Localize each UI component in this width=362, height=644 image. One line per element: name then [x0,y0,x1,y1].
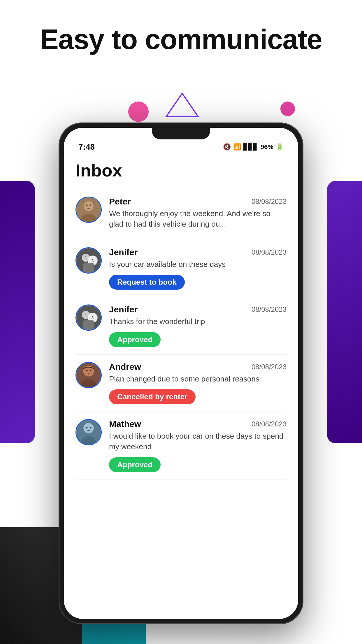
bg-purple-left [0,181,35,443]
message-date: 08/08/2023 [252,420,287,428]
message-header: Andrew 08/08/2023 [109,362,287,372]
mute-icon: 🔇 [223,143,231,151]
svg-point-22 [86,370,88,371]
svg-point-11 [92,259,94,260]
bg-purple-right [327,181,362,443]
message-text: We thoroughly enjoy the weekend. And we'… [109,208,287,230]
message-header: Peter 08/08/2023 [109,197,287,206]
message-date: 08/08/2023 [252,363,287,371]
message-text: Is your car available on these days [109,259,287,270]
message-badge-cancelled[interactable]: Cancelled by renter [109,389,196,404]
svg-point-5 [86,204,88,206]
svg-point-28 [90,427,92,428]
svg-point-27 [86,427,88,428]
phone-mockup: 7:48 🔇 📶 ▋▋▋ 96% 🔋 Inbox [59,123,303,624]
svg-rect-12 [83,263,94,273]
svg-point-17 [92,316,94,318]
sender-name: Peter [109,197,131,206]
sender-name: Mathew [109,419,141,429]
message-item[interactable]: Andrew 08/08/2023 Plan changed due to so… [75,355,287,412]
svg-rect-18 [83,321,94,330]
message-text: Plan changed due to some personal reason… [109,374,287,384]
status-icons: 🔇 📶 ▋▋▋ 96% 🔋 [223,143,284,151]
pink-circle-decoration-2 [280,102,295,116]
phone-screen: 7:48 🔇 📶 ▋▋▋ 96% 🔋 Inbox [64,128,298,619]
message-text: I would like to book your car on these d… [109,431,287,452]
message-item[interactable]: Peter 08/08/2023 We thoroughly enjoy the… [75,189,287,240]
battery-text: 96% [261,143,273,151]
page-header: Easy to communicate [0,23,362,55]
message-date: 08/08/2023 [252,197,287,206]
message-badge-approved[interactable]: Approved [109,457,161,472]
svg-point-4 [84,201,94,211]
message-item[interactable]: Mathew 08/08/2023 I would like to book y… [75,412,287,480]
svg-marker-0 [166,93,198,117]
svg-point-6 [90,204,92,206]
message-body: Mathew 08/08/2023 I would like to book y… [109,419,287,472]
sender-name: Jenifer [109,247,138,257]
message-badge-request[interactable]: Request to book [109,275,185,290]
battery-icon: 🔋 [276,143,284,151]
sender-name: Andrew [109,362,141,372]
avatar-jenifer [75,304,102,331]
message-list: Peter 08/08/2023 We thoroughly enjoy the… [75,189,287,480]
message-text: Thanks for the wonderful trip [109,316,287,327]
svg-point-10 [85,256,87,258]
message-body: Jenifer 08/08/2023 Is your car available… [109,247,287,290]
avatar-jenifer [75,247,102,274]
phone-notch [152,128,210,139]
avatar-peter [75,197,102,223]
message-item[interactable]: Jenifer 08/08/2023 Is your car available… [75,240,287,297]
pink-circle-decoration-1 [128,102,149,122]
message-date: 08/08/2023 [252,248,287,256]
inbox-title: Inbox [75,160,287,181]
svg-point-25 [83,423,94,433]
message-item[interactable]: Jenifer 08/08/2023 Thanks for the wonder… [75,297,287,354]
message-header: Jenifer 08/08/2023 [109,304,287,314]
status-time: 7:48 [78,142,95,152]
message-body: Andrew 08/08/2023 Plan changed due to so… [109,362,287,404]
message-header: Jenifer 08/08/2023 [109,247,287,257]
sender-name: Jenifer [109,304,138,314]
screen-content: Inbox Peter 08/08/2023 We thoroughly enj… [64,155,298,491]
svg-point-23 [90,370,92,371]
message-date: 08/08/2023 [252,305,287,314]
avatar-mathew [75,419,102,445]
page-title: Easy to communicate [0,23,362,55]
wifi-icon: 📶 [233,143,241,151]
triangle-decoration [163,90,201,120]
message-body: Peter 08/08/2023 We thoroughly enjoy the… [109,197,287,232]
avatar-andrew [75,362,102,388]
signal-icon: ▋▋▋ [243,143,258,151]
message-badge-approved[interactable]: Approved [109,332,161,347]
message-header: Mathew 08/08/2023 [109,419,287,429]
svg-point-16 [85,314,87,315]
message-body: Jenifer 08/08/2023 Thanks for the wonder… [109,304,287,347]
